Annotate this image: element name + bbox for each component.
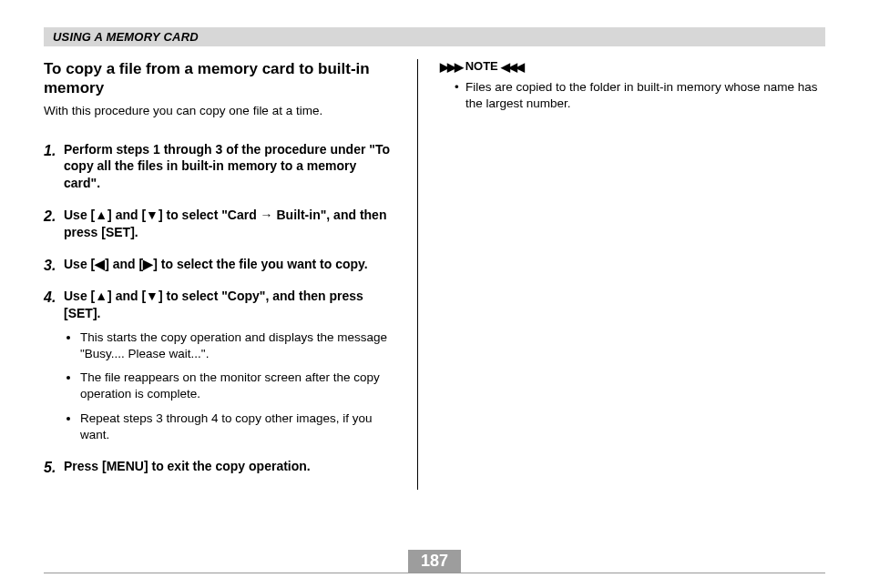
- sub-bullet: The file reappears on the monitor screen…: [80, 370, 395, 402]
- note-decor-left-icon: ▶▶▶: [440, 60, 462, 74]
- sub-bullet: Repeat steps 3 through 4 to copy other i…: [80, 411, 395, 443]
- step-text: Use [◀] and [▶] to select the file you w…: [64, 257, 368, 271]
- step-text: Use [▲] and [▼] to select "Card → Built-…: [64, 208, 386, 239]
- note-item: Files are copied to the folder in built-…: [455, 79, 825, 112]
- section-title: To copy a file from a memory card to bui…: [44, 59, 395, 98]
- step-item: Use [▲] and [▼] to select "Card → Built-…: [44, 207, 395, 241]
- footer-rule: [44, 573, 825, 573]
- steps-list: Perform steps 1 through 3 of the procedu…: [44, 141, 395, 475]
- step-item: Use [▲] and [▼] to select "Copy", and th…: [44, 288, 395, 443]
- step-text: Press [MENU] to exit the copy operation.: [64, 459, 311, 473]
- footer: 187: [44, 550, 825, 573]
- step-item: Perform steps 1 through 3 of the procedu…: [44, 141, 395, 193]
- step-item: Press [MENU] to exit the copy operation.: [44, 458, 395, 475]
- sub-bullet: This starts the copy operation and displ…: [80, 329, 395, 362]
- note-header: ▶▶▶ NOTE ◀◀◀: [440, 59, 825, 74]
- note-decor-right-icon: ◀◀◀: [501, 60, 523, 74]
- intro-text: With this procedure you can copy one fil…: [44, 104, 395, 117]
- step-item: Use [◀] and [▶] to select the file you w…: [44, 256, 395, 273]
- section-header-bar: USING A MEMORY CARD: [44, 27, 825, 46]
- left-column: To copy a file from a memory card to bui…: [44, 59, 417, 490]
- step-text: Use [▲] and [▼] to select "Copy", and th…: [64, 289, 363, 320]
- page-number: 187: [408, 550, 461, 573]
- note-bullets: Files are copied to the folder in built-…: [440, 79, 825, 112]
- right-column: ▶▶▶ NOTE ◀◀◀ Files are copied to the fol…: [417, 59, 825, 490]
- step-text: Perform steps 1 through 3 of the procedu…: [64, 142, 390, 191]
- step-sub-bullets: This starts the copy operation and displ…: [64, 329, 395, 443]
- note-label: NOTE: [465, 59, 498, 73]
